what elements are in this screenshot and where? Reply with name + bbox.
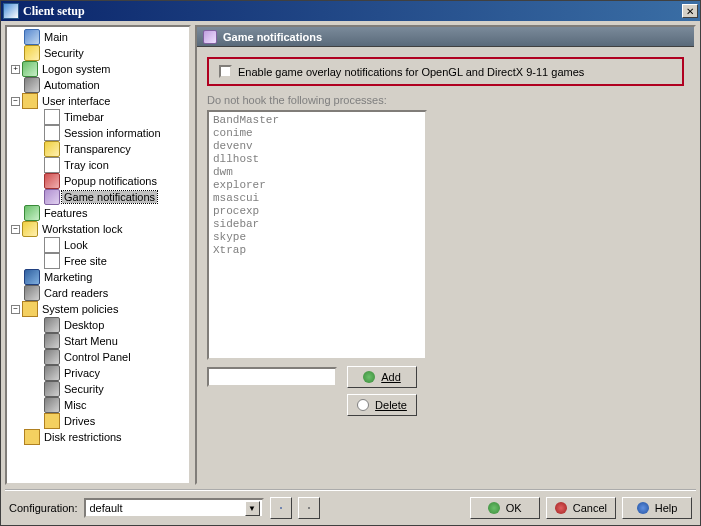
titlebar: Client setup ✕ xyxy=(1,1,700,21)
add-button[interactable]: Add xyxy=(347,366,417,388)
tree-tray[interactable]: Tray icon xyxy=(7,157,189,173)
bell-icon xyxy=(44,173,60,189)
panel-title: Game notifications xyxy=(223,31,322,43)
enable-row: Enable game overlay notifications for Op… xyxy=(207,57,684,86)
tree-freesite[interactable]: Free site xyxy=(7,253,189,269)
page-icon xyxy=(44,237,60,253)
config-select[interactable]: default ▼ xyxy=(84,498,264,518)
tree-disk[interactable]: Disk restrictions xyxy=(7,429,189,445)
bottom-bar: Configuration: default ▼ OK Cancel Help xyxy=(5,489,696,521)
tree-transparency[interactable]: Transparency xyxy=(7,141,189,157)
lock-icon xyxy=(22,221,38,237)
gamepad-icon xyxy=(44,189,60,205)
tree-ui[interactable]: −User interface xyxy=(7,93,189,109)
cancel-button[interactable]: Cancel xyxy=(546,497,616,519)
ok-button[interactable]: OK xyxy=(470,497,540,519)
folder-icon xyxy=(44,413,60,429)
folder-icon xyxy=(24,429,40,445)
gear-icon xyxy=(44,365,60,381)
disk-icon xyxy=(280,507,282,509)
gear-icon xyxy=(44,317,60,333)
window-title: Client setup xyxy=(23,4,682,19)
tree-automation[interactable]: Automation xyxy=(7,77,189,93)
config-value: default xyxy=(90,502,123,514)
tree-main[interactable]: Main xyxy=(7,29,189,45)
exclude-label: Do not hook the following processes: xyxy=(207,94,684,106)
tree-session[interactable]: Session information xyxy=(7,125,189,141)
shield-icon xyxy=(24,45,40,61)
tree-game-notifications[interactable]: Game notifications xyxy=(7,189,189,205)
tree-look[interactable]: Look xyxy=(7,237,189,253)
enable-label: Enable game overlay notifications for Op… xyxy=(238,66,584,78)
tree-desktop[interactable]: Desktop xyxy=(7,317,189,333)
tree-controlpanel[interactable]: Control Panel xyxy=(7,349,189,365)
main-icon xyxy=(24,29,40,45)
list-item[interactable]: skype xyxy=(213,231,421,244)
page-icon xyxy=(44,157,60,173)
tree-psecurity[interactable]: Security xyxy=(7,381,189,397)
save-button[interactable] xyxy=(270,497,292,519)
chevron-down-icon: ▼ xyxy=(245,501,260,516)
tree-timebar[interactable]: Timebar xyxy=(7,109,189,125)
nav-tree[interactable]: Main Security +Logon system Automation −… xyxy=(5,25,191,485)
collapse-icon[interactable]: − xyxy=(11,305,20,314)
collapse-icon[interactable]: − xyxy=(11,97,20,106)
gear-icon xyxy=(44,397,60,413)
content-panel: Game notifications Enable game overlay n… xyxy=(195,25,696,485)
expand-icon[interactable]: + xyxy=(11,65,20,74)
gear-icon xyxy=(44,381,60,397)
help-button[interactable]: Help xyxy=(622,497,692,519)
x-icon xyxy=(555,502,567,514)
list-item[interactable]: procexp xyxy=(213,205,421,218)
tree-marketing[interactable]: Marketing xyxy=(7,269,189,285)
gear-icon xyxy=(44,349,60,365)
list-item[interactable]: devenv xyxy=(213,140,421,153)
list-item[interactable]: msascui xyxy=(213,192,421,205)
tree-logon[interactable]: +Logon system xyxy=(7,61,189,77)
gamepad-icon xyxy=(203,30,217,44)
tree-startmenu[interactable]: Start Menu xyxy=(7,333,189,349)
tree-wlock[interactable]: −Workstation lock xyxy=(7,221,189,237)
tree-privacy[interactable]: Privacy xyxy=(7,365,189,381)
config-label: Configuration: xyxy=(9,502,78,514)
page-icon xyxy=(44,109,60,125)
page-icon xyxy=(44,253,60,269)
hourglass-icon xyxy=(44,141,60,157)
card-icon xyxy=(24,285,40,301)
list-item[interactable]: dwm xyxy=(213,166,421,179)
trash-icon xyxy=(308,507,310,509)
delete-button[interactable]: Delete xyxy=(347,394,417,416)
list-item[interactable]: dllhost xyxy=(213,153,421,166)
close-button[interactable]: ✕ xyxy=(682,4,698,18)
tree-drives[interactable]: Drives xyxy=(7,413,189,429)
tree-popup[interactable]: Popup notifications xyxy=(7,173,189,189)
tree-policies[interactable]: −System policies xyxy=(7,301,189,317)
tree-features[interactable]: Features xyxy=(7,205,189,221)
enable-checkbox[interactable] xyxy=(219,65,232,78)
gear-icon xyxy=(24,77,40,93)
app-icon xyxy=(3,3,19,19)
tv-icon xyxy=(24,269,40,285)
list-item[interactable]: conime xyxy=(213,127,421,140)
process-listbox[interactable]: BandMaster conime devenv dllhost dwm exp… xyxy=(207,110,427,360)
list-item[interactable]: sidebar xyxy=(213,218,421,231)
folder-icon xyxy=(22,301,38,317)
list-item[interactable]: Xtrap xyxy=(213,244,421,257)
user-icon xyxy=(22,61,38,77)
tree-security[interactable]: Security xyxy=(7,45,189,61)
trash-icon xyxy=(357,399,369,411)
plus-icon xyxy=(363,371,375,383)
delete-config-button[interactable] xyxy=(298,497,320,519)
process-input[interactable] xyxy=(207,367,337,387)
list-item[interactable]: BandMaster xyxy=(213,114,421,127)
panel-header: Game notifications xyxy=(197,27,694,47)
collapse-icon[interactable]: − xyxy=(11,225,20,234)
tree-card[interactable]: Card readers xyxy=(7,285,189,301)
question-icon xyxy=(637,502,649,514)
list-item[interactable]: explorer xyxy=(213,179,421,192)
tree-misc[interactable]: Misc xyxy=(7,397,189,413)
check-icon xyxy=(488,502,500,514)
gear-icon xyxy=(44,333,60,349)
folder-icon xyxy=(22,93,38,109)
features-icon xyxy=(24,205,40,221)
